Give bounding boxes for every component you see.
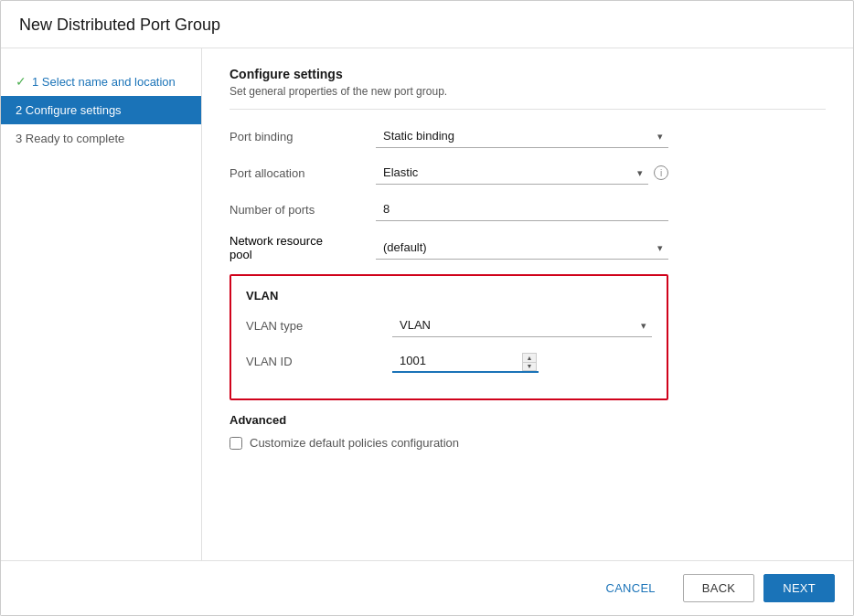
content-area: Configure settings Set general propertie… xyxy=(202,48,853,560)
sidebar-step3-label: 3 Ready to complete xyxy=(16,132,124,145)
port-allocation-label: Port allocation xyxy=(230,166,376,180)
port-binding-label: Port binding xyxy=(230,130,376,143)
num-ports-control xyxy=(376,197,668,221)
vlan-id-input[interactable] xyxy=(392,350,539,373)
port-binding-select-wrapper: Static binding Dynamic binding Ephemeral xyxy=(376,124,668,148)
vlan-id-spinner-wrapper: ▲ ▼ xyxy=(392,350,539,373)
sidebar-step2-label: 2 Configure settings xyxy=(16,103,122,117)
dialog-footer: CANCEL BACK NEXT xyxy=(1,560,853,615)
vlan-id-control: ▲ ▼ xyxy=(392,350,652,373)
sidebar-item-step2[interactable]: 2 Configure settings xyxy=(1,96,201,124)
network-resource-label: Network resource pool xyxy=(230,234,376,261)
next-button[interactable]: NEXT xyxy=(763,574,835,602)
vlan-type-select-wrapper: None VLAN VLAN Trunking Private VLAN xyxy=(392,313,652,337)
customize-policies-checkbox[interactable] xyxy=(230,437,242,450)
port-allocation-select-wrapper: Elastic Fixed xyxy=(376,161,648,185)
customize-policies-label[interactable]: Customize default policies configuration xyxy=(250,436,459,450)
network-resource-control: (default) xyxy=(376,236,668,260)
check-icon: ✓ xyxy=(16,74,27,89)
num-ports-label: Number of ports xyxy=(230,203,376,217)
vlan-id-label: VLAN ID xyxy=(246,355,392,368)
port-allocation-row: Port allocation Elastic Fixed i xyxy=(230,161,826,185)
spinner-buttons: ▲ ▼ xyxy=(522,353,537,371)
sidebar-item-step3[interactable]: 3 Ready to complete xyxy=(1,124,201,153)
vlan-type-label: VLAN type xyxy=(246,319,392,333)
vlan-type-control: None VLAN VLAN Trunking Private VLAN xyxy=(392,313,652,337)
network-resource-select-wrapper: (default) xyxy=(376,236,668,260)
vlan-section: VLAN VLAN type None VLAN VLAN Trunking P… xyxy=(230,274,668,400)
vlan-type-row: VLAN type None VLAN VLAN Trunking Privat… xyxy=(246,313,652,337)
sidebar-step1-label: 1 Select name and location xyxy=(32,75,176,89)
dialog-body: ✓ 1 Select name and location 2 Configure… xyxy=(1,48,853,560)
advanced-title: Advanced xyxy=(230,413,826,427)
new-distributed-port-group-dialog: New Distributed Port Group ✓ 1 Select na… xyxy=(0,0,854,616)
vlan-type-select[interactable]: None VLAN VLAN Trunking Private VLAN xyxy=(392,313,652,337)
port-allocation-control: Elastic Fixed i xyxy=(376,161,668,185)
dialog-title: New Distributed Port Group xyxy=(1,1,853,48)
content-title: Configure settings xyxy=(230,67,826,81)
back-button[interactable]: BACK xyxy=(683,574,754,602)
port-binding-select[interactable]: Static binding Dynamic binding Ephemeral xyxy=(376,124,668,148)
cancel-button[interactable]: CANCEL xyxy=(588,575,674,601)
num-ports-input[interactable] xyxy=(376,197,668,221)
vlan-section-title: VLAN xyxy=(246,289,652,303)
num-ports-row: Number of ports xyxy=(230,197,826,221)
spinner-down-button[interactable]: ▼ xyxy=(522,362,537,371)
port-allocation-select[interactable]: Elastic Fixed xyxy=(376,161,648,185)
customize-policies-row: Customize default policies configuration xyxy=(230,436,826,450)
settings-form: Port binding Static binding Dynamic bind… xyxy=(230,124,826,450)
port-binding-row: Port binding Static binding Dynamic bind… xyxy=(230,124,826,148)
sidebar: ✓ 1 Select name and location 2 Configure… xyxy=(1,48,202,560)
content-subtitle: Set general properties of the new port g… xyxy=(230,85,826,110)
network-resource-row: Network resource pool (default) xyxy=(230,234,826,261)
port-binding-control: Static binding Dynamic binding Ephemeral xyxy=(376,124,668,148)
vlan-id-row: VLAN ID ▲ ▼ xyxy=(246,350,652,373)
network-resource-select[interactable]: (default) xyxy=(376,236,668,260)
spinner-up-button[interactable]: ▲ xyxy=(522,353,537,362)
sidebar-item-step1[interactable]: ✓ 1 Select name and location xyxy=(1,67,201,96)
port-allocation-info-icon[interactable]: i xyxy=(654,165,668,180)
